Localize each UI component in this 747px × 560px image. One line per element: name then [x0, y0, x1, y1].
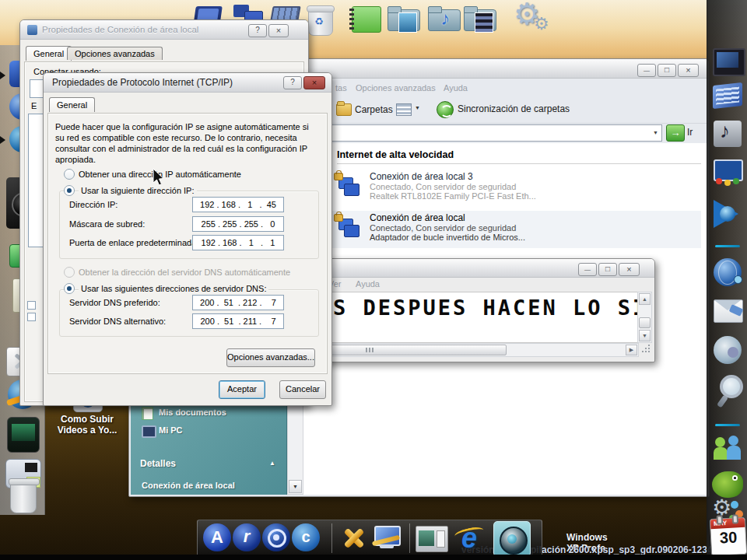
notebook-icon[interactable] [352, 6, 381, 33]
lock-icon [334, 173, 343, 180]
monitor-swoosh-icon[interactable] [372, 524, 402, 552]
radio-auto-dns [64, 267, 75, 278]
local-tab-opciones-avanzadas[interactable]: Opciones avanzadas [67, 47, 163, 60]
tv-icon[interactable] [713, 48, 745, 76]
connection-device: Realtek RTL8102E Family PCI-E Fast Eth..… [370, 191, 536, 201]
tcpip-tab-general[interactable]: General [49, 97, 95, 112]
music-note-glyph: ♪ [720, 119, 730, 143]
documents-icon [142, 407, 153, 420]
notepad-minimize-button[interactable]: — [578, 263, 597, 276]
radio-use-ip-label[interactable]: Usar la siguiente dirección IP: [79, 186, 197, 195]
sync-button[interactable]: Sincronización de carpetas [437, 100, 615, 120]
trash-icon[interactable] [10, 481, 37, 513]
notepad-scroll-down-icon[interactable]: ▼ [639, 330, 651, 341]
gecko-icon[interactable] [712, 471, 743, 498]
music-folder-icon[interactable]: ♪ [428, 6, 459, 31]
connection-status: Conectado, Con servidor de seguridad [370, 223, 525, 233]
details-collapse-icon[interactable]: ▲ [269, 460, 275, 467]
notepad-close-button[interactable]: × [619, 263, 640, 276]
local-dialog-help-button[interactable]: ? [248, 24, 267, 37]
network-plug-icon [27, 25, 37, 35]
ok-button[interactable]: Aceptar [219, 380, 265, 399]
mail-icon[interactable] [714, 299, 743, 323]
local-tab-general[interactable]: General [26, 46, 72, 61]
keyboard-notes-icon[interactable] [713, 82, 742, 109]
notepad-maximize-button[interactable]: □ [598, 263, 617, 276]
menu-opciones-avanzadas[interactable]: Opciones avanzadas [356, 83, 436, 93]
go-button[interactable]: → [666, 124, 685, 142]
globe-network-icon[interactable] [714, 258, 742, 286]
connection-name: Conexión de área local 3 [370, 171, 536, 182]
views-button[interactable]: ▼ [395, 101, 424, 118]
tcpip-intro-text: Puede hacer que la configuración IP se a… [55, 121, 320, 165]
tcpip-dialog-title: Propiedades de Protocolo Internet (TCP/I… [52, 77, 233, 88]
radio-use-ip[interactable] [64, 185, 75, 196]
notepad-vscroll-thumb[interactable] [639, 317, 651, 328]
notepad-vscrollbar[interactable]: ▲ ▼ [637, 292, 652, 343]
notepad-scroll-up-icon[interactable]: ▲ [639, 293, 651, 305]
gears-icon[interactable]: ⚙ ⚙ [514, 2, 551, 37]
pictures-folder-icon[interactable] [388, 6, 419, 31]
connection-icon [334, 214, 360, 240]
checkbox-fragment-2[interactable] [27, 313, 36, 321]
dock-divider-line [715, 424, 740, 426]
views-caret-icon: ▼ [415, 105, 420, 110]
active-app-icon[interactable] [493, 521, 531, 557]
connection-icon [334, 173, 360, 199]
gateway-input[interactable]: 192 . 168 . 1 . 1 [192, 235, 284, 250]
menu-ayuda[interactable]: Ayuda [444, 83, 468, 93]
tcpip-close-button[interactable]: × [303, 76, 325, 89]
local-dialog-close-button[interactable]: × [268, 24, 289, 37]
alternate-dns-input[interactable]: 200 . 51 . 211 . 7 [192, 313, 284, 329]
messenger-icon[interactable] [714, 434, 742, 464]
network-minimize-button[interactable]: — [637, 64, 656, 77]
elements-label-fragment: E [31, 101, 37, 110]
recycle-symbol: ♻ [314, 16, 325, 26]
subnet-mask-input[interactable]: 255 . 255 . 255 . 0 [192, 216, 284, 232]
run-indicator-arrow-2 [0, 136, 5, 144]
preferred-dns-input[interactable]: 200 . 51 . 212 . 7 [192, 295, 284, 310]
network-maximize-button[interactable]: □ [658, 64, 676, 77]
search-icon[interactable] [715, 375, 742, 408]
ares-icon[interactable]: A [203, 523, 231, 551]
checkbox-fragment-1[interactable] [27, 301, 36, 310]
paint-monitor-icon[interactable] [713, 159, 742, 186]
video-thumb-icon[interactable] [7, 417, 40, 453]
folders-label: Carpetas [355, 104, 393, 115]
dock-divider [331, 523, 332, 553]
recycle-bin-icon[interactable]: ♻ [307, 3, 333, 36]
notepad-text: S DESPUES HACEN LO SIGUIEN [333, 296, 639, 320]
radio-use-dns-label[interactable]: Usar las siguientes direcciones de servi… [79, 284, 268, 293]
radio-auto-ip[interactable] [64, 169, 75, 180]
sidebar-scroll-down-icon[interactable]: ▼ [289, 480, 302, 493]
address-caret-icon[interactable]: ▼ [653, 130, 658, 135]
notepad-resize-grip[interactable] [642, 345, 651, 354]
advanced-options-button[interactable]: Opciones avanzadas... [226, 348, 315, 367]
ie-icon[interactable]: e [453, 522, 486, 555]
network-close-button[interactable]: × [678, 64, 699, 77]
speaker-music-icon[interactable]: ♪ [714, 121, 742, 147]
run-indicator-arrow [0, 72, 5, 79]
notepad-scroll-right-icon[interactable]: ▶ [626, 345, 637, 355]
world-doc-icon[interactable] [714, 336, 742, 364]
wheel-icon[interactable] [262, 523, 290, 551]
menu-ayuda[interactable]: Ayuda [356, 279, 380, 289]
calendar-day: 30 [711, 528, 746, 548]
cancel-button[interactable]: Cancelar [279, 380, 326, 399]
connection-item-1[interactable]: Conexión de área local 3 Conectado, Con … [332, 170, 701, 207]
connection-item-2[interactable]: Conexión de área local Conectado, Con se… [332, 211, 701, 248]
tools-cross-icon[interactable] [339, 523, 369, 553]
radio-use-dns[interactable] [64, 283, 75, 294]
ip-address-input[interactable]: 192 . 168 . 1 . 45 [192, 197, 284, 212]
realplayer-icon[interactable]: r [233, 523, 261, 551]
videos-folder-icon[interactable] [464, 6, 495, 31]
tcpip-help-button[interactable]: ? [283, 76, 302, 89]
menu-herramientas-partial[interactable]: tas [335, 83, 347, 93]
shortcut-label-line1: Como Subir [45, 414, 129, 425]
c-app-icon[interactable]: c [292, 523, 320, 551]
sidebar-details-header[interactable]: Detalles ▲ [140, 458, 280, 469]
window-app-icon[interactable] [416, 526, 448, 552]
play-sphere-icon[interactable] [714, 198, 742, 229]
computer-icon [142, 425, 156, 438]
calendar-icon[interactable]: MAY 30 [710, 517, 747, 556]
